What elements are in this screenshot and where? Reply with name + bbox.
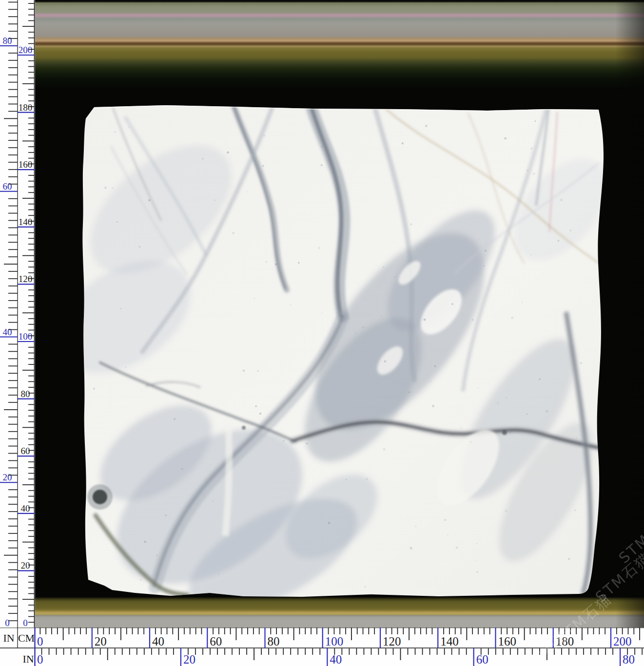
speckle xyxy=(527,170,528,171)
in-label: 40 xyxy=(3,327,12,337)
cm-label: 40 xyxy=(21,503,30,514)
in-label: 80 xyxy=(623,653,635,666)
cm-label: 180 xyxy=(556,635,574,648)
speckle xyxy=(430,381,431,381)
speckle xyxy=(449,433,450,434)
speckle xyxy=(479,238,480,239)
speckle xyxy=(580,362,582,364)
speckle xyxy=(104,187,107,189)
speckle xyxy=(511,317,514,319)
cm-label: 0 xyxy=(23,618,28,628)
cm-label: 80 xyxy=(21,389,30,399)
speckle xyxy=(283,440,284,441)
speckle xyxy=(322,312,323,313)
speckle xyxy=(336,312,337,313)
speckle xyxy=(214,199,215,201)
speckle xyxy=(470,441,471,443)
speckle xyxy=(506,397,507,398)
speckle xyxy=(394,276,395,278)
speckle xyxy=(522,302,523,304)
speckle xyxy=(139,246,140,247)
speckle xyxy=(447,534,449,536)
speckle xyxy=(478,387,479,388)
speckle xyxy=(425,125,428,127)
speckle xyxy=(128,126,129,127)
speckle xyxy=(476,543,477,544)
in-label: 80 xyxy=(3,36,12,46)
speckle xyxy=(451,303,453,305)
speckle xyxy=(424,319,426,321)
slab-scanner-view: 020406080100120140160180200020406080 INC… xyxy=(0,0,644,666)
speckle xyxy=(530,148,532,150)
speckle xyxy=(483,265,485,266)
speckle xyxy=(485,249,487,252)
speckle xyxy=(144,541,146,543)
speckle xyxy=(517,252,518,253)
speckle xyxy=(255,405,257,407)
speckle xyxy=(408,391,410,393)
speckle xyxy=(243,369,245,372)
speckle xyxy=(432,405,434,407)
speckle xyxy=(328,522,331,524)
in-label: 20 xyxy=(3,472,12,482)
cm-label: 20 xyxy=(95,635,107,648)
in-label: 60 xyxy=(3,181,12,191)
cm-label: 160 xyxy=(19,159,33,170)
marble-slab-image xyxy=(0,0,644,666)
speckle xyxy=(156,554,158,557)
speckle xyxy=(437,176,438,177)
speckle xyxy=(546,410,548,413)
speckle xyxy=(570,229,572,231)
speckle xyxy=(125,367,127,368)
speckle xyxy=(191,409,192,410)
speckle xyxy=(383,266,384,267)
speckle xyxy=(185,449,186,450)
cm-label: 60 xyxy=(21,446,30,456)
cm-label: 180 xyxy=(19,102,33,113)
speckle xyxy=(355,332,356,334)
speckle xyxy=(321,164,323,166)
speckle xyxy=(574,509,576,511)
cm-label: 40 xyxy=(152,635,164,648)
speckle xyxy=(530,254,531,255)
unit-label-in-row: IN xyxy=(22,653,34,665)
speckle xyxy=(533,173,535,175)
speckle xyxy=(93,388,95,390)
speckle xyxy=(254,298,255,299)
speckle xyxy=(415,526,416,527)
right-edge-shadow xyxy=(615,0,644,628)
speckle xyxy=(410,223,412,225)
speckle xyxy=(448,355,449,356)
speckle xyxy=(261,422,262,423)
cm-label: 60 xyxy=(210,635,222,648)
speckle xyxy=(275,263,277,266)
speckle xyxy=(365,586,366,588)
speckle xyxy=(174,418,176,420)
cm-label: 100 xyxy=(19,331,33,342)
speckle xyxy=(366,478,368,480)
speckle xyxy=(115,132,116,133)
speckle xyxy=(537,190,538,191)
cm-label: 80 xyxy=(268,635,280,648)
speckle xyxy=(506,430,507,432)
cm-label: 0 xyxy=(37,635,43,648)
speckle xyxy=(476,560,477,561)
speckle xyxy=(266,261,267,263)
cm-label: 100 xyxy=(325,635,344,648)
speckle xyxy=(321,146,323,148)
speckle xyxy=(232,232,234,234)
in-label: 0 xyxy=(37,653,43,666)
speckle xyxy=(402,142,404,144)
in-label: 60 xyxy=(476,653,488,666)
speckle xyxy=(384,360,386,362)
speckle xyxy=(504,137,507,140)
speckle xyxy=(568,558,570,560)
speckle xyxy=(148,199,151,202)
in-label: 0 xyxy=(5,618,10,628)
speckle xyxy=(181,468,183,470)
speckle xyxy=(576,437,577,438)
speckle xyxy=(362,326,364,329)
speckle xyxy=(383,448,386,451)
speckle xyxy=(497,402,499,404)
speckle xyxy=(290,304,291,305)
